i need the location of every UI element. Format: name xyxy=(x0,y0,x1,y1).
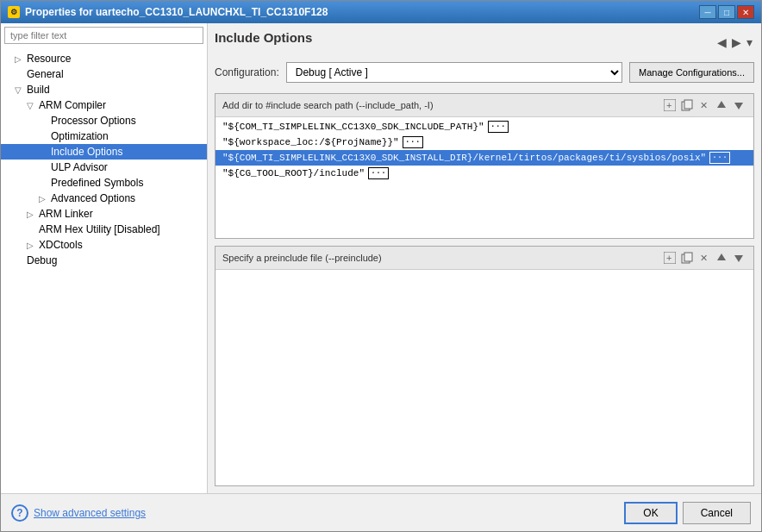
section-title: Include Options xyxy=(215,30,312,45)
tree-item-debug[interactable]: Debug xyxy=(1,253,207,268)
minimize-button[interactable]: ─ xyxy=(699,5,716,19)
header-row: Include Options ◀ ▶ ▾ xyxy=(215,30,754,53)
tree-item-xdctools[interactable]: ▷ XDCtools xyxy=(1,237,207,253)
expand-arm-linker: ▷ xyxy=(27,210,39,219)
tree-label-ulp-advisor: ULP Advisor xyxy=(51,161,108,173)
svg-text:✕: ✕ xyxy=(700,100,708,110)
ok-button[interactable]: OK xyxy=(624,502,677,524)
include-add-icon[interactable]: + xyxy=(662,97,678,113)
show-advanced-link[interactable]: Show advanced settings xyxy=(34,507,146,519)
window-controls: ─ □ ✕ xyxy=(699,5,754,19)
list-item-text: "${CG_TOOL_ROOT}/include" xyxy=(222,168,365,178)
svg-text:+: + xyxy=(666,100,671,110)
back-nav-icon[interactable]: ◀ xyxy=(715,34,728,51)
tree-item-predefined-symbols[interactable]: Predefined Symbols xyxy=(1,175,207,191)
tree-label-debug: Debug xyxy=(27,254,57,266)
config-row: Configuration: Debug [ Active ] Manage C… xyxy=(215,62,754,83)
svg-rect-10 xyxy=(684,253,692,261)
right-panel: Include Options ◀ ▶ ▾ Configuration: Deb… xyxy=(208,23,761,493)
list-item-text: "${workspace_loc:/${ProjName}}" xyxy=(222,137,399,147)
include-toolbar: + ✕ xyxy=(662,97,746,113)
tree-label-arm-compiler: ARM Compiler xyxy=(39,99,106,111)
expand-dots-4[interactable]: ··· xyxy=(368,167,389,179)
tree-label-general: General xyxy=(27,68,64,80)
list-item-text-selected: "${COM_TI_SIMPLELINK_CC13X0_SDK_INSTALL_… xyxy=(222,153,706,163)
help-icon[interactable]: ? xyxy=(11,504,28,522)
list-item[interactable]: "${workspace_loc:/${ProjName}}" ··· xyxy=(215,135,753,150)
preinclude-label: Specify a preinclude file (--preinclude) xyxy=(222,253,382,263)
include-copy-icon[interactable] xyxy=(679,97,695,113)
tree-label-arm-linker: ARM Linker xyxy=(39,208,93,220)
tree-label-optimization: Optimization xyxy=(51,130,109,142)
tree-label-build: Build xyxy=(27,84,50,96)
expand-dots-2[interactable]: ··· xyxy=(403,136,423,148)
preinclude-up-icon[interactable] xyxy=(714,250,729,266)
include-section-header: Add dir to #include search path (--inclu… xyxy=(215,94,753,117)
forward-nav-icon[interactable]: ▶ xyxy=(730,34,743,51)
window-title: Properties for uartecho_CC1310_LAUNCHXL_… xyxy=(25,6,328,18)
list-item[interactable]: "${COM_TI_SIMPLELINK_CC13X0_SDK_INCLUDE_… xyxy=(215,119,753,135)
tree-item-optimization[interactable]: Optimization xyxy=(1,128,207,144)
tree-item-advanced-options[interactable]: ▷ Advanced Options xyxy=(1,191,207,206)
include-up-icon[interactable] xyxy=(714,97,729,113)
expand-dots-1[interactable]: ··· xyxy=(488,121,509,133)
app-icon: ⚙ xyxy=(8,6,20,18)
preinclude-add-icon[interactable]: + xyxy=(662,250,678,266)
include-delete-icon[interactable]: ✕ xyxy=(696,97,712,113)
tree-label-processor-options: Processor Options xyxy=(51,115,136,127)
list-item-selected[interactable]: "${COM_TI_SIMPLELINK_CC13X0_SDK_INSTALL_… xyxy=(215,150,753,166)
maximize-button[interactable]: □ xyxy=(718,5,735,19)
tree-item-ulp-advisor[interactable]: ULP Advisor xyxy=(1,160,207,175)
bottom-bar: ? Show advanced settings OK Cancel xyxy=(1,493,761,531)
bottom-right: OK Cancel xyxy=(624,502,751,524)
nav-icons: ◀ ▶ ▾ xyxy=(715,34,754,51)
left-panel: ▷ Resource General ▽ Build ▽ ARM Compile… xyxy=(1,23,208,493)
include-down-icon[interactable] xyxy=(731,97,746,113)
bottom-left: ? Show advanced settings xyxy=(11,504,146,522)
dropdown-nav-icon[interactable]: ▾ xyxy=(745,34,754,51)
close-button[interactable]: ✕ xyxy=(737,5,754,19)
tree-item-processor-options[interactable]: Processor Options xyxy=(1,113,207,128)
title-bar: ⚙ Properties for uartecho_CC1310_LAUNCHX… xyxy=(1,1,761,23)
config-label: Configuration: xyxy=(215,66,279,78)
preinclude-toolbar: + ✕ xyxy=(662,250,746,266)
tree-label-xdctools: XDCtools xyxy=(39,239,83,251)
dialog-content: ▷ Resource General ▽ Build ▽ ARM Compile… xyxy=(1,23,761,493)
expand-build: ▽ xyxy=(15,85,27,95)
preinclude-section: Specify a preinclude file (--preinclude)… xyxy=(215,246,754,486)
tree-item-build[interactable]: ▽ Build xyxy=(1,82,207,97)
tree-item-general[interactable]: General xyxy=(1,66,207,82)
svg-marker-6 xyxy=(734,103,743,110)
svg-marker-5 xyxy=(717,101,726,108)
expand-xdctools: ▷ xyxy=(27,241,39,250)
tree-label-resource: Resource xyxy=(27,53,71,65)
cancel-button[interactable]: Cancel xyxy=(683,502,751,524)
preinclude-delete-icon[interactable]: ✕ xyxy=(696,250,712,266)
svg-text:✕: ✕ xyxy=(700,253,708,263)
preinclude-copy-icon[interactable] xyxy=(679,250,695,266)
tree-item-resource[interactable]: ▷ Resource xyxy=(1,51,207,66)
tree-label-include-options: Include Options xyxy=(51,146,122,158)
preinclude-header: Specify a preinclude file (--preinclude)… xyxy=(215,247,753,270)
expand-resource: ▷ xyxy=(15,54,27,64)
tree-item-include-options[interactable]: Include Options xyxy=(1,144,207,160)
include-list: "${COM_TI_SIMPLELINK_CC13X0_SDK_INCLUDE_… xyxy=(215,117,753,238)
expand-dots-3[interactable]: ··· xyxy=(709,152,730,164)
tree-item-arm-compiler[interactable]: ▽ ARM Compiler xyxy=(1,97,207,113)
list-item[interactable]: "${CG_TOOL_ROOT}/include" ··· xyxy=(215,166,753,181)
list-item-text: "${COM_TI_SIMPLELINK_CC13X0_SDK_INCLUDE_… xyxy=(222,122,484,132)
expand-arm-compiler: ▽ xyxy=(27,101,39,110)
svg-text:+: + xyxy=(666,253,671,263)
include-search-path-section: Add dir to #include search path (--inclu… xyxy=(215,93,754,239)
config-select[interactable]: Debug [ Active ] xyxy=(286,62,622,83)
preinclude-down-icon[interactable] xyxy=(731,250,746,266)
manage-configurations-button[interactable]: Manage Configurations... xyxy=(629,62,754,83)
include-section-label: Add dir to #include search path (--inclu… xyxy=(222,100,434,110)
svg-rect-3 xyxy=(684,100,692,109)
tree-label-advanced-options: Advanced Options xyxy=(51,192,135,204)
filter-input[interactable] xyxy=(4,27,203,44)
tree-item-arm-hex-utility[interactable]: ARM Hex Utility [Disabled] xyxy=(1,222,207,237)
preinclude-list-area xyxy=(215,270,753,382)
tree-item-arm-linker[interactable]: ▷ ARM Linker xyxy=(1,206,207,222)
main-dialog: ⚙ Properties for uartecho_CC1310_LAUNCHX… xyxy=(0,0,762,532)
